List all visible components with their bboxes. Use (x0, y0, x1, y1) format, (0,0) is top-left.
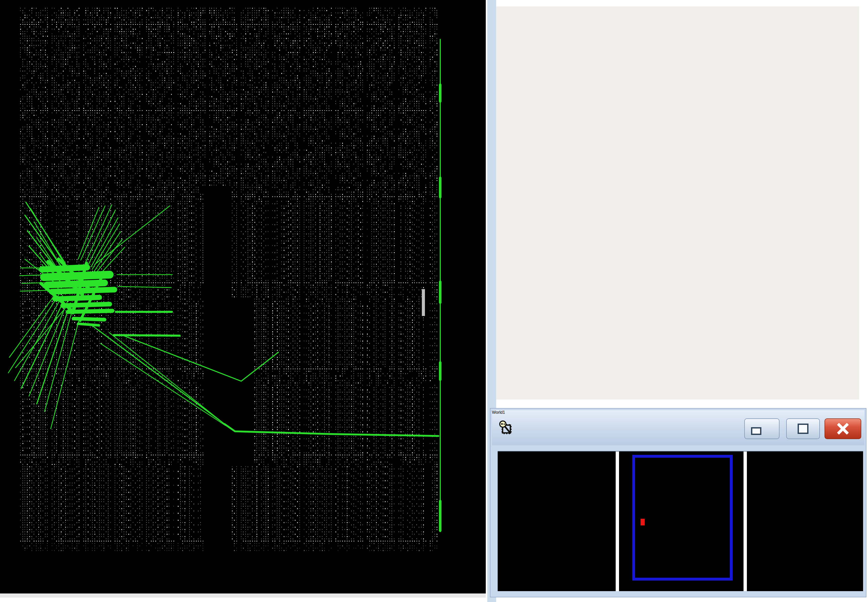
world-section-divider (743, 452, 747, 591)
world-view-icon (499, 421, 513, 435)
close-button[interactable] (825, 418, 861, 439)
fpga-editor-screen: All Components Name Filter * Apply NameS… (0, 0, 868, 602)
world-overview-map[interactable] (498, 451, 863, 591)
restore-button[interactable] (786, 418, 820, 439)
selected-component-marker (640, 519, 645, 525)
minimize-button[interactable] (744, 418, 779, 439)
world-section-divider (616, 452, 619, 591)
die-view-bottom-edge (0, 593, 486, 597)
restore-icon (797, 424, 808, 434)
ratsnest-overlay (0, 0, 486, 593)
world-viewport-rect[interactable] (632, 455, 733, 580)
minimize-icon (751, 427, 761, 435)
die-array-view[interactable] (0, 0, 486, 593)
components-panel: All Components Name Filter * Apply NameS… (496, 6, 859, 399)
world1-title: World1 (492, 410, 505, 415)
